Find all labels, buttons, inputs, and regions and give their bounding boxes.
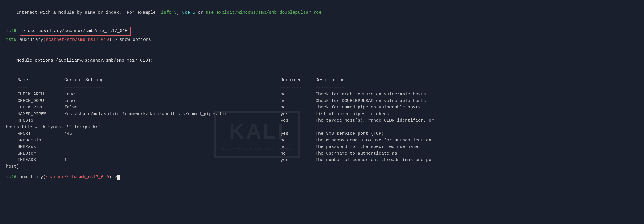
row-name-3: NAMED_PIPES	[18, 111, 64, 118]
row-desc-6: The Windows domain to use for authentica…	[316, 137, 638, 144]
intro-line: Interact with a module by name or index.…	[6, 3, 638, 23]
command-text-1: use auxiliary/scanner/smb/smb_ms17_010	[28, 29, 128, 34]
row-required-1: no	[281, 98, 316, 105]
row-name-2: CHECK_PIPE	[18, 104, 64, 111]
divider-name: ----	[18, 84, 64, 91]
intro-prefix: Interact with a module by name or index.…	[16, 10, 161, 15]
row-name-8: SMBUser	[18, 150, 64, 157]
table-row: SMBDomain . no The Windows domain to use…	[6, 137, 638, 144]
col-header-setting: Current Setting	[64, 77, 281, 84]
table-row: CHECK_PIPE false no Check for named pipe…	[6, 104, 638, 111]
row-required-3: yes	[281, 111, 316, 118]
options-table: Name Current Setting Required Descriptio…	[6, 77, 638, 170]
table-dividers: ---- --------------- -------- ----------…	[6, 84, 638, 91]
second-prompt-line: msf6 auxiliary(scanner/smb/smb_ms17_010)…	[6, 37, 638, 43]
row-required-0: no	[281, 91, 316, 98]
table-row: NAMED_PIPES /usr/share/metasploit-framew…	[6, 111, 638, 118]
or1-text: or	[195, 10, 206, 15]
comma1: ,	[177, 10, 182, 15]
row-setting-1: true	[64, 98, 281, 105]
row-required-5: yes	[281, 131, 316, 137]
row-name-4: RHOSTS	[18, 118, 64, 124]
row-name-9: THREADS	[18, 157, 64, 164]
row-desc-2: Check for named pipe on vulnerable hosts	[316, 104, 638, 111]
row-desc-5: The SMB service port (TCP)	[316, 131, 638, 137]
module-name-3: scanner/smb/smb_ms17_010	[46, 174, 109, 181]
divider-desc: -----------	[316, 84, 638, 91]
row-name-0: CHECK_ARCH	[18, 91, 64, 98]
threads-continuation: host)	[6, 164, 638, 170]
row-required-6: no	[281, 137, 316, 144]
prompt-arrow-1	[17, 28, 20, 35]
table-row: SMBPass no The password for the specifie…	[6, 144, 638, 150]
msf-prompt-3: msf6	[6, 174, 16, 181]
row-setting-6: .	[64, 137, 281, 144]
row-setting-2: false	[64, 104, 281, 111]
final-prompt-line: msf6 auxiliary(scanner/smb/smb_ms17_010)…	[6, 174, 638, 181]
terminal-window: Interact with a module by name or index.…	[6, 3, 638, 181]
table-row: SMBUser no The username to authenticate …	[6, 150, 638, 157]
row-required-7: no	[281, 144, 316, 150]
col-header-required: Required	[281, 77, 316, 84]
divider-setting: ---------------	[64, 84, 281, 91]
aux-label-2: auxiliary(	[20, 37, 46, 43]
row-required-9: yes	[281, 157, 316, 164]
row-desc-8: The username to authenticate as	[316, 150, 638, 157]
col-header-desc: Description	[316, 77, 638, 84]
row-setting-0: true	[64, 91, 281, 98]
row-desc-7: The password for the specified username	[316, 144, 638, 150]
msf-prompt-2: msf6	[6, 37, 16, 43]
exploit-keyword: use exploit/windows/smb/smb_doublepulsar…	[206, 10, 321, 15]
row-name-7: SMBPass	[18, 144, 64, 150]
command-box: > use auxiliary/scanner/smb/smb_ms17_010	[20, 27, 131, 36]
section-title: Module options (auxiliary/scanner/smb/sm…	[6, 51, 638, 71]
first-prompt-line: msf6 > use auxiliary/scanner/smb/smb_ms1…	[6, 27, 638, 36]
prompt-space-2	[17, 37, 20, 43]
msf-prompt-1: msf6	[6, 28, 16, 35]
prompt-gt-1: >	[22, 29, 25, 34]
table-row: CHECK_DOPU true no Check for DOUBLEPULSA…	[6, 98, 638, 105]
row-required-4: yes	[281, 118, 316, 124]
prompt-space-3	[17, 174, 20, 181]
table-header-row: Name Current Setting Required Descriptio…	[6, 77, 638, 84]
table-row: THREADS 1 yes The number of concurrent t…	[6, 157, 638, 164]
row-setting-5: 445	[64, 131, 281, 137]
module-suffix-3: ) >	[109, 174, 117, 181]
table-row: RPORT 445 yes The SMB service port (TCP)	[6, 131, 638, 137]
terminal-cursor	[117, 175, 120, 180]
col-header-name: Name	[18, 77, 64, 84]
rhosts-continuation: hosts file with syntax 'file:<path>'	[6, 124, 638, 131]
use5-keyword: use 5	[182, 10, 195, 15]
row-desc-1: Check for DOUBLEPULSAR on vulnerable hos…	[316, 98, 638, 105]
table-row: CHECK_ARCH true no Check for architectur…	[6, 91, 638, 98]
row-name-1: CHECK_DOPU	[18, 98, 64, 105]
divider-required: --------	[281, 84, 316, 91]
row-required-8: no	[281, 150, 316, 157]
aux-label-3: auxiliary(	[20, 174, 46, 181]
module-suffix-2: ) > show options	[109, 37, 151, 43]
row-desc-9: The number of concurrent threads (max on…	[316, 157, 638, 164]
row-name-6: SMBDomain	[18, 137, 64, 144]
row-setting-9: 1	[64, 157, 281, 164]
row-required-2: no	[281, 104, 316, 111]
module-name-2: scanner/smb/smb_ms17_010	[46, 37, 109, 43]
row-setting-3: /usr/share/metasploit-framework/data/wor…	[64, 111, 281, 118]
info-keyword: info 5	[161, 10, 177, 15]
row-desc-3: List of named pipes to check	[316, 111, 638, 118]
row-name-5: RPORT	[18, 131, 64, 137]
row-desc-4: The target host(s), range CIDR identifie…	[316, 118, 638, 124]
row-desc-0: Check for architecture on vulnerable hos…	[316, 91, 638, 98]
table-row: RHOSTS yes The target host(s), range CID…	[6, 118, 638, 124]
